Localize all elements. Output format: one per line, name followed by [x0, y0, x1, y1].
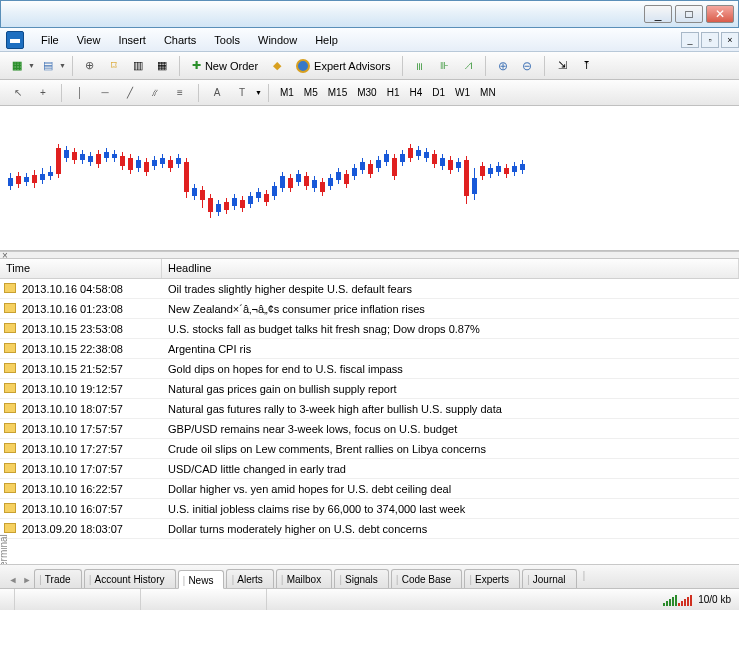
tab-scroll-left[interactable]: ◄ — [6, 572, 20, 588]
mdi-minimize-button[interactable]: _ — [681, 32, 699, 48]
line-chart-button[interactable]: ⩘ — [457, 55, 479, 77]
news-row[interactable]: 2013.10.10 17:57:57GBP/USD remains near … — [0, 419, 739, 439]
tab-mailbox[interactable]: |Mailbox — [276, 569, 332, 588]
candle — [128, 118, 133, 238]
timeframe-mn[interactable]: MN — [475, 83, 501, 102]
mdi-restore-button[interactable]: ▫ — [701, 32, 719, 48]
trendline-tool[interactable]: ╱ — [118, 82, 142, 104]
news-row[interactable]: 2013.10.16 04:58:08Oil trades slightly h… — [0, 279, 739, 299]
candle — [104, 118, 109, 238]
news-row[interactable]: 2013.10.16 01:23:08New Zealand×´â‚¬â„¢s … — [0, 299, 739, 319]
news-row[interactable]: 2013.10.10 16:22:57Dollar higher vs. yen… — [0, 479, 739, 499]
tab-account-history[interactable]: |Account History — [84, 569, 176, 588]
menu-window[interactable]: Window — [249, 31, 306, 49]
timeframe-h4[interactable]: H4 — [404, 83, 427, 102]
tab-code-base[interactable]: |Code Base — [391, 569, 462, 588]
timeframe-m15[interactable]: M15 — [323, 83, 352, 102]
chart-shift-button[interactable]: ⤒ — [575, 55, 597, 77]
candle — [376, 118, 381, 238]
mdi-close-button[interactable]: × — [721, 32, 739, 48]
news-headline: Crude oil slips on Lew comments, Brent r… — [162, 443, 739, 455]
equidistant-channel-tool[interactable]: ⫽ — [143, 82, 167, 104]
candle — [512, 118, 517, 238]
news-time: 2013.10.10 17:07:57 — [20, 463, 162, 475]
vertical-line-tool[interactable]: │ — [68, 82, 92, 104]
candle — [48, 118, 53, 238]
column-time[interactable]: Time — [0, 259, 162, 278]
menu-help[interactable]: Help — [306, 31, 347, 49]
candle — [312, 118, 317, 238]
meta-editor-button[interactable]: ◆ — [266, 55, 288, 77]
candle — [448, 118, 453, 238]
news-row[interactable]: 2013.10.10 18:07:57Natural gas futures r… — [0, 399, 739, 419]
news-time: 2013.10.10 16:22:57 — [20, 483, 162, 495]
timeframe-m30[interactable]: M30 — [352, 83, 381, 102]
terminal-button[interactable]: ▦ — [151, 55, 173, 77]
navigator-button[interactable]: ⌑ — [103, 55, 125, 77]
timeframe-h1[interactable]: H1 — [382, 83, 405, 102]
bar-chart-button[interactable]: ⫼ — [409, 55, 431, 77]
connection-indicator[interactable] — [663, 594, 692, 606]
zoom-in-button[interactable]: ⊕ — [492, 55, 514, 77]
menu-insert[interactable]: Insert — [109, 31, 155, 49]
window-minimize-button[interactable]: _ — [644, 5, 672, 23]
panel-close-icon[interactable]: × — [2, 250, 8, 261]
window-maximize-button[interactable]: □ — [675, 5, 703, 23]
tab-signals[interactable]: |Signals — [334, 569, 389, 588]
menu-tools[interactable]: Tools — [205, 31, 249, 49]
auto-scroll-button[interactable]: ⇲ — [551, 55, 573, 77]
tab-trade[interactable]: |Trade — [34, 569, 82, 588]
menu-file[interactable]: File — [32, 31, 68, 49]
market-watch-button[interactable]: ⊕ — [79, 55, 101, 77]
menu-charts[interactable]: Charts — [155, 31, 205, 49]
new-order-button[interactable]: ✚ New Order — [186, 56, 264, 75]
fibonacci-tool[interactable]: ≡ — [168, 82, 192, 104]
panel-divider[interactable]: × — [0, 251, 739, 259]
tab-journal[interactable]: |Journal — [522, 569, 577, 588]
news-row[interactable]: 2013.10.10 19:12:57Natural gas prices ga… — [0, 379, 739, 399]
news-row[interactable]: 2013.10.15 21:52:57Gold dips on hopes fo… — [0, 359, 739, 379]
cursor-tool[interactable]: ↖ — [6, 82, 30, 104]
news-row[interactable]: 2013.10.10 17:27:57Crude oil slips on Le… — [0, 439, 739, 459]
column-headline[interactable]: Headline — [162, 259, 739, 278]
menu-view[interactable]: View — [68, 31, 110, 49]
tab-news[interactable]: |News — [178, 570, 225, 589]
news-headline: Natural gas prices gain on bullish suppl… — [162, 383, 739, 395]
timeframe-w1[interactable]: W1 — [450, 83, 475, 102]
news-row[interactable]: 2013.09.20 18:03:07Dollar turns moderate… — [0, 519, 739, 539]
zoom-out-button[interactable]: ⊖ — [516, 55, 538, 77]
drawing-toolbar: ↖ + │ ─ ╱ ⫽ ≡ A T▼ M1M5M15M30H1H4D1W1MN — [0, 80, 739, 106]
news-icon — [0, 363, 20, 375]
news-row[interactable]: 2013.10.10 16:07:57U.S. initial jobless … — [0, 499, 739, 519]
candle — [56, 118, 61, 238]
profiles-button[interactable]: ▤ — [37, 55, 59, 77]
news-row[interactable]: 2013.10.10 17:07:57USD/CAD little change… — [0, 459, 739, 479]
candle — [232, 118, 237, 238]
timeframe-m1[interactable]: M1 — [275, 83, 299, 102]
candle — [464, 118, 469, 238]
news-row[interactable]: 2013.10.15 23:53:08U.S. stocks fall as b… — [0, 319, 739, 339]
candle — [328, 118, 333, 238]
candlestick-chart-button[interactable]: ⊪ — [433, 55, 455, 77]
window-close-button[interactable]: ✕ — [706, 5, 734, 23]
chart-area[interactable] — [0, 106, 739, 251]
expert-advisors-button[interactable]: Expert Advisors — [290, 56, 396, 76]
horizontal-line-tool[interactable]: ─ — [93, 82, 117, 104]
tab-experts[interactable]: |Experts — [464, 569, 520, 588]
news-time: 2013.10.10 16:07:57 — [20, 503, 162, 515]
tab-alerts[interactable]: |Alerts — [226, 569, 273, 588]
candle — [144, 118, 149, 238]
timeframe-m5[interactable]: M5 — [299, 83, 323, 102]
crosshair-tool[interactable]: + — [31, 82, 55, 104]
news-time: 2013.10.15 21:52:57 — [20, 363, 162, 375]
data-window-button[interactable]: ▥ — [127, 55, 149, 77]
new-chart-button[interactable]: ▦ — [6, 55, 28, 77]
tab-scroll-right[interactable]: ► — [20, 572, 34, 588]
candle — [72, 118, 77, 238]
timeframe-d1[interactable]: D1 — [427, 83, 450, 102]
text-label-tool[interactable]: T — [230, 82, 254, 104]
text-tool[interactable]: A — [205, 82, 229, 104]
news-row[interactable]: 2013.10.15 22:38:08Argentina CPI ris — [0, 339, 739, 359]
news-icon — [0, 283, 20, 295]
news-headline: GBP/USD remains near 3-week lows, focus … — [162, 423, 739, 435]
